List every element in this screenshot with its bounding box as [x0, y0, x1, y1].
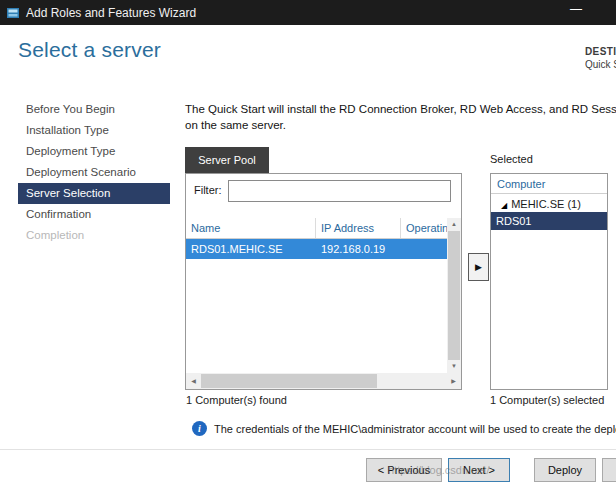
tree-group-mehic[interactable]: ◢MEHIC.SE (1)	[491, 194, 607, 212]
destination-label: DESTINAT	[585, 46, 616, 57]
horizontal-scrollbar-thumb[interactable]	[201, 374, 377, 388]
vertical-scrollbar[interactable]: ▲ ▼	[447, 218, 461, 373]
credentials-info-text: The credentials of the MEHIC\administrat…	[214, 423, 616, 435]
destination-value: Quick St	[585, 59, 616, 70]
tab-server-pool[interactable]: Server Pool	[185, 147, 269, 173]
scroll-down-icon[interactable]: ▼	[447, 360, 461, 373]
vertical-scrollbar-thumb[interactable]	[448, 231, 460, 360]
step-installation-type[interactable]: Installation Type	[18, 120, 170, 141]
cell-server-os	[401, 239, 447, 259]
window-title: Add Roles and Features Wizard	[26, 6, 196, 20]
filter-input[interactable]	[228, 180, 451, 202]
wizard-steps: Before You Begin Installation Type Deplo…	[18, 99, 170, 246]
next-button[interactable]: Next >	[448, 458, 510, 482]
page-description: The Quick Start will install the RD Conn…	[185, 101, 616, 133]
server-pool-table: Name IP Address Operating RDS01.MEHIC.SE…	[186, 218, 447, 259]
filter-label: Filter:	[194, 184, 222, 196]
footer-divider	[0, 449, 616, 450]
step-deployment-scenario[interactable]: Deployment Scenario	[18, 162, 170, 183]
destination-block: DESTINAT Quick St	[585, 46, 616, 70]
column-header-name[interactable]: Name	[186, 218, 316, 238]
horizontal-scrollbar[interactable]: ◀ ▶	[186, 373, 461, 389]
computers-found-count: 1 Computer(s) found	[186, 394, 287, 406]
scroll-right-icon[interactable]: ▶	[446, 373, 461, 389]
previous-button[interactable]: < Previous	[366, 458, 442, 482]
cell-server-ip: 192.168.0.19	[316, 239, 401, 259]
server-pool-panel: Filter: Name IP Address Operating RDS01.…	[185, 173, 462, 390]
tree-expand-icon[interactable]: ◢	[501, 201, 507, 210]
column-header-ip-address[interactable]: IP Address	[316, 218, 401, 238]
column-header-operating-system[interactable]: Operating	[401, 218, 447, 238]
minimize-button[interactable]: —	[564, 2, 588, 16]
selected-panel: Computer ◢MEHIC.SE (1) RDS01	[490, 173, 608, 390]
step-before-you-begin[interactable]: Before You Begin	[18, 99, 170, 120]
tree-group-label: MEHIC.SE (1)	[511, 198, 581, 210]
table-row[interactable]: RDS01.MEHIC.SE 192.168.0.19	[186, 239, 447, 259]
selected-panel-label: Selected	[490, 153, 533, 165]
table-header-row: Name IP Address Operating	[186, 218, 447, 239]
computers-selected-count: 1 Computer(s) selected	[490, 394, 604, 406]
titlebar: Add Roles and Features Wizard —	[0, 0, 616, 25]
scroll-up-icon[interactable]: ▲	[447, 218, 461, 231]
deploy-button[interactable]: Deploy	[534, 458, 596, 482]
page-title: Select a server	[18, 38, 161, 62]
description-line-2: on the same server.	[185, 117, 616, 133]
add-server-button[interactable]: ▶	[468, 253, 489, 281]
selected-server-item[interactable]: RDS01	[491, 212, 607, 230]
description-line-1: The Quick Start will install the RD Conn…	[185, 101, 616, 117]
step-deployment-type[interactable]: Deployment Type	[18, 141, 170, 162]
wizard-app-icon	[6, 6, 20, 20]
step-completion: Completion	[18, 225, 170, 246]
info-icon: i	[192, 421, 207, 436]
wizard-window: Add Roles and Features Wizard — Select a…	[0, 0, 616, 490]
cell-server-name: RDS01.MEHIC.SE	[186, 239, 316, 259]
step-confirmation[interactable]: Confirmation	[18, 204, 170, 225]
clipped-button[interactable]	[602, 458, 616, 482]
scroll-left-icon[interactable]: ◀	[186, 373, 201, 389]
selected-column-header[interactable]: Computer	[491, 174, 607, 194]
step-server-selection[interactable]: Server Selection	[18, 183, 170, 204]
